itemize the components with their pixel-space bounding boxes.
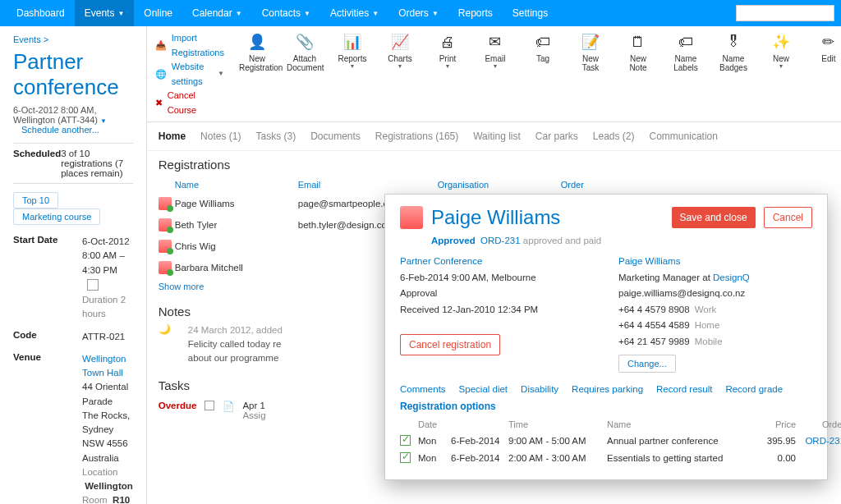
- col-org[interactable]: Organisation: [438, 180, 561, 190]
- task-line2: Assig: [242, 410, 265, 420]
- registration-modal: Paige Williams Save and close Cancel App…: [384, 194, 828, 480]
- modal-tab-comments[interactable]: Comments: [400, 384, 446, 394]
- approval-label: Approval: [400, 288, 437, 298]
- ribbon-name-labels[interactable]: 🏷NameLabels: [668, 31, 704, 72]
- modal-tab-record-grade[interactable]: Record grade: [725, 384, 783, 394]
- nav-contacts[interactable]: Contacts ▼: [252, 0, 320, 26]
- ribbon-charts[interactable]: 📈Charts▼: [382, 31, 418, 69]
- ribbon-label: NewTask: [572, 54, 609, 72]
- nav-dashboard[interactable]: Dashboard: [7, 0, 75, 26]
- tab-documents[interactable]: Documents: [310, 131, 361, 142]
- modal-tab-disability[interactable]: Disability: [521, 384, 558, 394]
- opt-price: 395.95: [747, 436, 796, 446]
- col-order[interactable]: Order: [561, 180, 643, 190]
- ribbon-tag[interactable]: 🏷Tag: [525, 31, 561, 63]
- opt-time: 2:00 AM - 3:00 AM: [508, 453, 607, 463]
- tab-waiting[interactable]: Waiting list: [473, 131, 521, 142]
- ribbon-label: Email: [477, 54, 513, 63]
- ribbon-label: New: [763, 54, 799, 63]
- nav-contacts-label: Contacts: [262, 7, 301, 19]
- opt-day: Mon: [418, 453, 451, 463]
- ribbon-icon: 📎: [294, 31, 315, 53]
- scheduled-label: Scheduled: [13, 149, 61, 178]
- schedule-another-link[interactable]: Schedule another...: [21, 125, 99, 135]
- nav-orders[interactable]: Orders ▼: [388, 0, 448, 26]
- ribbon-email[interactable]: ✉Email▼: [477, 31, 513, 69]
- order-link[interactable]: ORD-231: [480, 236, 521, 245]
- col-name[interactable]: Name: [175, 180, 298, 190]
- tag-marketing[interactable]: Marketing course: [13, 208, 100, 225]
- ribbon-new-registration[interactable]: 👤NewRegistration: [239, 31, 275, 72]
- phone-home: +64 4 4554 4589: [618, 320, 690, 330]
- regopt-title: Registration options: [400, 401, 812, 412]
- conf-date: 6-Feb-2014 9:00 AM, Melbourne: [400, 273, 536, 282]
- option-row[interactable]: Mon6-Feb-20149:00 AM - 5:00 AMAnnual par…: [400, 432, 812, 449]
- chevron-down-icon: ▼: [218, 69, 224, 80]
- event-detail-panel: Events > Partner conference 6-Oct-2012 8…: [0, 26, 147, 504]
- ribbon-name-badges[interactable]: 🎖NameBadges: [715, 31, 751, 72]
- start-date-value: 6-Oct-2012 8:00 AM – 4:30 PM: [82, 236, 130, 275]
- search-input[interactable]: [736, 5, 834, 21]
- nav-events[interactable]: Events ▼: [75, 0, 135, 26]
- person-link[interactable]: Paige Williams: [618, 256, 680, 266]
- save-and-close-button[interactable]: Save and close: [672, 207, 756, 228]
- ribbon-reports[interactable]: 📊Reports▼: [334, 31, 370, 69]
- option-row[interactable]: Mon6-Feb-20142:00 AM - 3:00 AMEssentials…: [400, 449, 812, 466]
- opt-order[interactable]: ORD-231: [796, 436, 841, 446]
- venue-link[interactable]: Wellington Town Hall: [82, 354, 126, 378]
- nav-settings[interactable]: Settings: [503, 0, 558, 26]
- tab-notes[interactable]: Notes (1): [200, 131, 241, 142]
- option-checkbox[interactable]: [400, 435, 411, 446]
- ribbon-new[interactable]: ✨New▼: [763, 31, 799, 69]
- overdue-label: Overdue: [159, 401, 197, 410]
- tab-tasks[interactable]: Tasks (3): [255, 131, 296, 142]
- chevron-down-icon[interactable]: ▼: [100, 117, 107, 125]
- tab-communication[interactable]: Communication: [650, 131, 718, 142]
- ribbon-new-task[interactable]: 📝NewTask: [572, 31, 609, 72]
- modal-tab-special-diet[interactable]: Special diet: [459, 384, 508, 394]
- tab-car[interactable]: Car parks: [535, 131, 578, 142]
- task-checkbox[interactable]: [205, 401, 214, 410]
- venue-label: Venue: [13, 352, 76, 504]
- calendar-icon[interactable]: [87, 279, 99, 291]
- nav-online[interactable]: Online: [134, 0, 182, 26]
- cancel-registration-button[interactable]: Cancel registration: [400, 334, 500, 355]
- nav-activities[interactable]: Activities ▼: [320, 0, 388, 26]
- import-registrations-link[interactable]: 📥Import Registrations: [155, 31, 224, 60]
- modal-tab-record-result[interactable]: Record result: [656, 384, 712, 394]
- chevron-down-icon: ▼: [372, 10, 379, 17]
- modal-tab-requires-parking[interactable]: Requires parking: [572, 384, 643, 394]
- tab-home[interactable]: Home: [159, 131, 186, 142]
- opt-time: 9:00 AM - 5:00 AM: [508, 436, 607, 446]
- page-title: Partner conference: [13, 49, 133, 100]
- ribbon-icon: 📈: [389, 31, 411, 53]
- note-date: 24 March 2012, added: [188, 325, 283, 335]
- nav-reports[interactable]: Reports: [448, 0, 503, 26]
- ribbon-print[interactable]: 🖨Print▼: [430, 31, 466, 69]
- nav-activities-label: Activities: [330, 7, 369, 19]
- role-pre: Marketing Manager at: [618, 273, 713, 282]
- nav-calendar[interactable]: Calendar ▼: [182, 0, 252, 26]
- org-link[interactable]: DesignQ: [713, 273, 750, 282]
- ribbon-icon: 🏷: [532, 31, 554, 53]
- nav-calendar-label: Calendar: [192, 7, 232, 19]
- website-settings-link[interactable]: 🌐Website settings ▼: [155, 60, 224, 89]
- conference-link[interactable]: Partner Conference: [400, 256, 482, 266]
- role: Marketing Manager at DesignQ: [618, 273, 750, 282]
- cancel-course-link[interactable]: ✖Cancel Course: [155, 89, 224, 117]
- reg-name: Beth Tyler: [175, 220, 298, 230]
- option-checkbox[interactable]: [400, 452, 411, 463]
- breadcrumb[interactable]: Events >: [13, 34, 133, 44]
- col-email[interactable]: Email: [298, 180, 438, 190]
- tab-leads[interactable]: Leads (2): [593, 131, 635, 142]
- change-button[interactable]: Change...: [618, 355, 676, 373]
- tag-top10[interactable]: Top 10: [13, 192, 58, 208]
- ribbon-new-note[interactable]: 🗒NewNote: [620, 31, 656, 72]
- reg-name: Page Williams: [175, 199, 298, 208]
- ribbon-attach-document[interactable]: 📎AttachDocument: [287, 31, 323, 72]
- venue-addr2: The Rocks, Sydney NSW 4556: [82, 410, 130, 449]
- ribbon-edit[interactable]: ✏Edit: [811, 31, 841, 63]
- tab-registrations[interactable]: Registrations (165): [375, 131, 458, 142]
- cancel-button[interactable]: Cancel: [764, 207, 812, 228]
- code-label: Code: [13, 330, 76, 344]
